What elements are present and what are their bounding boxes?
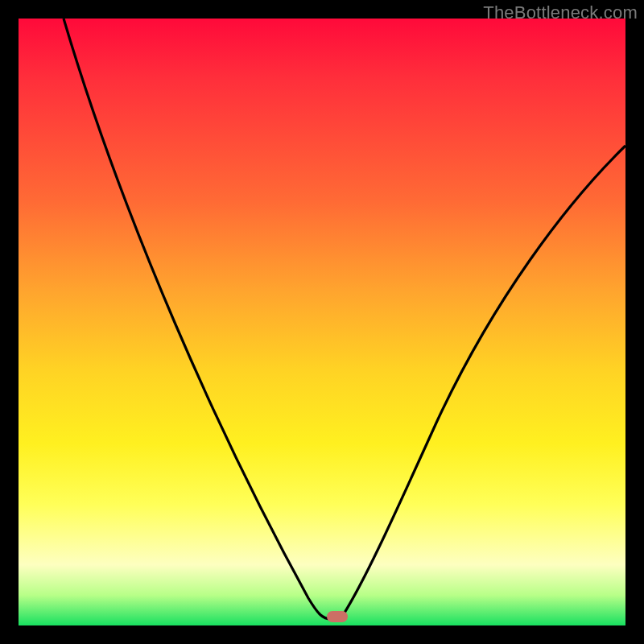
optimal-marker: [327, 611, 348, 622]
curve-left-branch: [64, 19, 341, 619]
watermark-text: TheBottleneck.com: [483, 2, 638, 23]
bottleneck-curve: [19, 19, 625, 625]
chart-stage: TheBottleneck.com: [0, 0, 644, 644]
curve-right-branch: [341, 146, 625, 619]
plot-area: [19, 19, 625, 625]
